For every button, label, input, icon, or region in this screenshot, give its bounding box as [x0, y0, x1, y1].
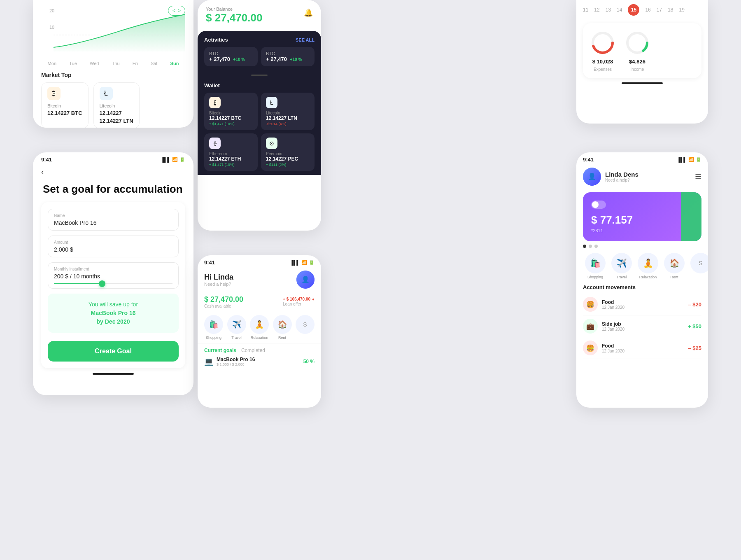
back-button[interactable]: ‹	[33, 164, 193, 180]
wallet-item-pec[interactable]: ⊙ Peercoin 12.14227 PEC + $111 (2%)	[261, 133, 315, 171]
date-19[interactable]: 19	[679, 7, 685, 13]
mc-cat-more[interactable]: S	[296, 315, 315, 340]
hamburger-menu[interactable]: ☰	[695, 172, 701, 181]
ltc-price: 12.14227	[100, 110, 133, 116]
account-card: 9:41 ▐▌▌ 📶 🔋	[576, 152, 708, 408]
mc-header: Hi Linda Need a help? 👤	[198, 267, 321, 292]
loan-amount-text: + $ 166,470.00	[283, 297, 310, 301]
date-18[interactable]: 18	[668, 7, 673, 13]
mc-cat-shopping[interactable]: 🛍️ Shopping	[204, 315, 223, 340]
rc-profile: 👤 Linda Dens Need a help? ☰	[576, 164, 708, 189]
activities-header: Activities SEE ALL	[204, 37, 315, 43]
save-msg-3: by Dec 2020	[97, 318, 130, 325]
btc-name: Bitcoin	[47, 103, 82, 108]
goals-tabs: Current goals Completed	[204, 348, 315, 353]
rc-rent-label: Rent	[670, 275, 678, 279]
ac-coin-1: BTC	[209, 51, 253, 56]
tab-completed[interactable]: Completed	[241, 348, 265, 353]
rc-shopping-label: Shopping	[587, 275, 603, 279]
wi-eth-amount: 12.14227 ETH	[209, 156, 253, 162]
activity-card-1[interactable]: BTC + 27,470 +10 %	[204, 47, 258, 66]
crypto-item-ltc[interactable]: Ł Litecoin 12.14227 12.14227 LTN	[93, 82, 140, 128]
loan-amount: + $ 166,470.00 ●	[283, 295, 315, 302]
date-17[interactable]: 17	[657, 7, 662, 13]
wi-eth-change: + $1,471 (10%)	[209, 163, 253, 167]
create-goal-button[interactable]: Create Goal	[48, 341, 179, 362]
svg-text:👤: 👤	[301, 275, 310, 283]
y-label-10: 10	[49, 25, 54, 30]
movement-date-3: 12 Jan 2020	[602, 349, 684, 353]
date-15-active[interactable]: 15	[628, 4, 639, 16]
wallet-grid: ₿ Bitcoin 12.14227 BTC + $1,471 (10%) Ł …	[204, 93, 315, 171]
bell-icon[interactable]: 🔔	[304, 8, 313, 17]
movement-food-2[interactable]: 🍔 Food 12 Jan 2020 – $25	[583, 337, 701, 359]
mc-cat-travel[interactable]: ✈️ Travel	[227, 315, 246, 340]
help-text: Need a help?	[204, 282, 233, 287]
movement-name-2: Side job	[602, 321, 684, 327]
battery-icon: 🔋	[179, 157, 185, 162]
ltc-name: Litecoin	[100, 103, 133, 108]
battery-icon-rc: 🔋	[696, 157, 701, 162]
dark-divider	[198, 72, 321, 78]
movement-name-3: Food	[602, 343, 684, 349]
save-msg-2: MacBook Pro 16	[91, 310, 136, 316]
movement-amount-2: + $50	[688, 323, 701, 329]
loan-dot: ●	[312, 297, 315, 301]
wallet-title: Wallet	[204, 82, 315, 89]
rc-cat-relaxation[interactable]: 🧘 Relaxation	[636, 253, 660, 279]
name-field[interactable]: Name MacBook Pro 16	[48, 209, 179, 231]
rc-travel-icon: ✈️	[611, 253, 632, 273]
rc-cat-travel[interactable]: ✈️ Travel	[609, 253, 634, 279]
crypto-item-btc[interactable]: ₿ Bitcoin 12.14227 BTC	[41, 82, 89, 128]
sidejob-icon: 💼	[583, 319, 598, 334]
rc-cat-s[interactable]: S	[688, 253, 708, 279]
rc-toggle[interactable]	[591, 201, 606, 209]
date-12[interactable]: 12	[594, 7, 599, 13]
date-11[interactable]: 11	[583, 7, 588, 13]
btc-price: 12.14227 BTC	[47, 110, 82, 116]
rc-cat-shopping[interactable]: 🛍️ Shopping	[583, 253, 608, 279]
installment-field[interactable]: Monthly installment 200 $ / 10 months	[48, 262, 179, 289]
wi-pec-name: Peercoin	[266, 152, 310, 156]
goal-row-macbook[interactable]: 💻 MacBook Pro 16 $ 1,000 / $ 2,000 50 %	[204, 357, 315, 366]
see-all-link[interactable]: SEE ALL	[296, 37, 315, 42]
activities-section: Activities SEE ALL BTC + 27,470 +10 % BT…	[198, 31, 321, 72]
slider-thumb[interactable]	[99, 280, 105, 287]
wallet-item-eth[interactable]: ⟠ Ethereum 12.14227 ETH + $1,471 (10%)	[204, 133, 258, 171]
rc-shopping-icon: 🛍️	[585, 253, 606, 273]
dot-2	[589, 245, 592, 248]
dot-3	[594, 245, 598, 248]
wallet-item-btc[interactable]: ₿ Bitcoin 12.14227 BTC + $1,471 (10%)	[204, 93, 258, 130]
rc-avatar: 👤	[583, 168, 601, 186]
income-chart	[624, 30, 650, 56]
rc-relaxation-label: Relaxation	[639, 275, 657, 279]
date-14[interactable]: 14	[617, 7, 622, 13]
date-13[interactable]: 13	[606, 7, 611, 13]
balance-amount: $ 27,470.00	[206, 12, 313, 24]
mc-cat-relaxation[interactable]: 🧘 Relaxation	[250, 315, 269, 340]
movement-food-1[interactable]: 🍔 Food 12 Jan 2020 – $20	[583, 294, 701, 315]
cash-label: Cash available	[204, 304, 283, 308]
shopping-icon: 🛍️	[204, 315, 223, 334]
wallet-item-ltc[interactable]: Ł Litecoin 12.14227 LTN -$2014 (4%)	[261, 93, 315, 130]
date-16[interactable]: 16	[645, 7, 650, 13]
status-icons-mc: ▐▌▌ 📶 🔋	[290, 260, 315, 265]
slider-track[interactable]	[54, 283, 172, 284]
x-fri: Fri	[133, 61, 138, 66]
y-axis-labels: 20 10	[49, 8, 54, 30]
tab-current-goals[interactable]: Current goals	[204, 348, 236, 353]
activity-card-2[interactable]: BTC + 27,470 +10 %	[261, 47, 315, 66]
wi-ltc-change: -$2014 (4%)	[266, 122, 310, 126]
amount-field[interactable]: Amount 2,000 $	[48, 236, 179, 257]
x-sat: Sat	[151, 61, 158, 66]
movement-sidejob[interactable]: 💼 Side job 12 Jan 2020 + $50	[583, 315, 701, 337]
wallet-header: Your Balance $ 27,470.00 🔔	[198, 0, 321, 29]
mc-avatar: 👤	[296, 271, 315, 289]
y-label-20: 20	[49, 8, 54, 13]
rc-cat-rent[interactable]: 🏠 Rent	[662, 253, 687, 279]
signal-icon-mc: ▐▌▌	[290, 260, 300, 265]
wi-pec-icon: ⊙	[266, 138, 277, 149]
mc-cat-rent[interactable]: 🏠 Rent	[273, 315, 292, 340]
chart-svg	[54, 4, 185, 58]
movement-info-2: Side job 12 Jan 2020	[602, 321, 684, 331]
